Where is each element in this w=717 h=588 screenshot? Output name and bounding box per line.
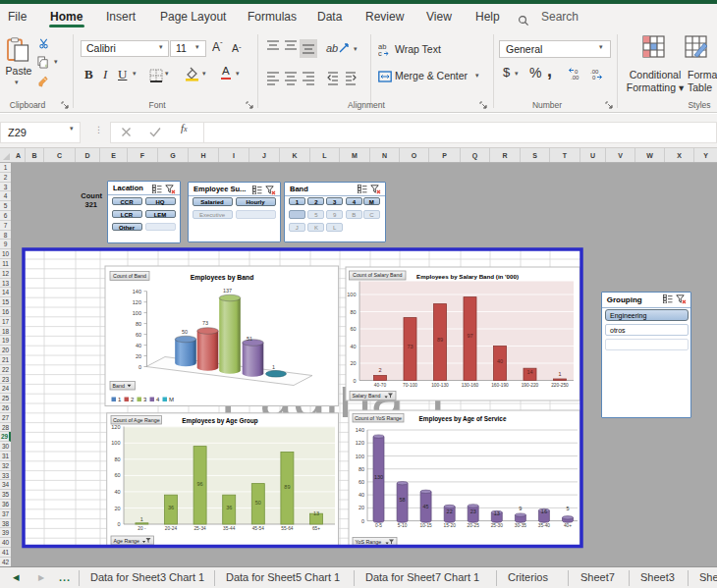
svg-text:40+: 40+ — [564, 523, 572, 528]
svg-text:45-54: 45-54 — [252, 526, 265, 531]
svg-text:5-10: 5-10 — [398, 523, 408, 528]
svg-text:96: 96 — [197, 481, 203, 487]
svg-text:1: 1 — [558, 371, 561, 377]
svg-text:50: 50 — [255, 500, 261, 506]
svg-text:1: 1 — [140, 516, 143, 522]
svg-text:160-190: 160-190 — [491, 383, 509, 388]
svg-text:35-40: 35-40 — [538, 523, 551, 528]
svg-text:97: 97 — [467, 333, 472, 339]
svg-text:220-250: 220-250 — [551, 383, 569, 388]
svg-text:100: 100 — [347, 292, 356, 297]
svg-text:0: 0 — [592, 75, 596, 80]
svg-text:60: 60 — [136, 332, 141, 338]
svg-text:Age Range: Age Range — [114, 538, 140, 544]
svg-text:70-100: 70-100 — [403, 383, 417, 388]
svg-text:YoS Range: YoS Range — [356, 539, 382, 545]
svg-text:Employees by Salary Band (in ': Employees by Salary Band (in '000) — [416, 273, 519, 280]
svg-text:▾: ▾ — [354, 45, 358, 52]
svg-text:25-30: 25-30 — [491, 523, 504, 528]
svg-text:60: 60 — [358, 479, 364, 485]
svg-text:0: 0 — [353, 378, 356, 384]
svg-text:120: 120 — [111, 424, 120, 430]
svg-text:13: 13 — [313, 510, 319, 516]
svg-text:Employees by Age Group: Employees by Age Group — [182, 417, 258, 425]
svg-text:0: 0 — [138, 364, 141, 370]
svg-text:73: 73 — [202, 320, 208, 326]
svg-text:80: 80 — [114, 456, 120, 462]
svg-text:40: 40 — [136, 343, 141, 348]
svg-text:Count of Age Range: Count of Age Range — [113, 417, 160, 423]
svg-text:20: 20 — [136, 353, 141, 359]
svg-text:137: 137 — [223, 288, 232, 294]
svg-text:58: 58 — [399, 497, 405, 503]
svg-text:M: M — [169, 397, 174, 402]
svg-text:50: 50 — [182, 329, 188, 335]
svg-text:80: 80 — [350, 309, 356, 315]
svg-text:22: 22 — [447, 508, 453, 514]
svg-text:60: 60 — [350, 326, 356, 332]
svg-text:20: 20 — [114, 506, 120, 511]
svg-text:65+: 65+ — [312, 526, 320, 531]
svg-text:20: 20 — [358, 505, 364, 510]
svg-text:Band: Band — [113, 383, 125, 389]
svg-text:25-34: 25-34 — [193, 526, 206, 531]
svg-text:60: 60 — [114, 472, 120, 478]
svg-text:40: 40 — [358, 492, 364, 498]
svg-text:40-70: 40-70 — [374, 383, 387, 388]
svg-text:c: c — [378, 49, 382, 56]
svg-text:51: 51 — [247, 336, 252, 342]
svg-text:9: 9 — [519, 506, 522, 511]
svg-text:100: 100 — [111, 440, 120, 446]
svg-text:36: 36 — [168, 505, 174, 510]
svg-text:30-35: 30-35 — [515, 523, 527, 528]
svg-text:89: 89 — [437, 337, 443, 343]
svg-text:0: 0 — [117, 521, 120, 527]
svg-text:40: 40 — [350, 344, 356, 349]
svg-text:15-20: 15-20 — [444, 523, 457, 528]
svg-text:40: 40 — [497, 358, 503, 364]
svg-text:ab: ab — [326, 42, 338, 54]
svg-text:Count of Band: Count of Band — [113, 273, 146, 279]
svg-text:40: 40 — [114, 489, 120, 495]
svg-text:20 -: 20 - — [138, 526, 146, 531]
svg-text:89: 89 — [284, 484, 290, 490]
svg-text:140: 140 — [133, 289, 141, 294]
svg-text:Count of Salary Band: Count of Salary Band — [353, 272, 402, 278]
svg-text:20: 20 — [350, 360, 356, 366]
svg-text:55-64: 55-64 — [281, 526, 294, 531]
svg-text:20-24: 20-24 — [165, 526, 178, 531]
svg-text:0-5: 0-5 — [375, 523, 382, 528]
svg-text:2: 2 — [378, 367, 381, 373]
svg-text:100: 100 — [356, 454, 364, 459]
svg-text:100: 100 — [133, 310, 141, 316]
svg-text:13: 13 — [494, 510, 500, 516]
svg-text:120: 120 — [133, 299, 141, 305]
svg-text:120: 120 — [356, 440, 364, 446]
svg-text:Employees by Age of Service: Employees by Age of Service — [419, 415, 507, 423]
svg-text:35-44: 35-44 — [223, 526, 236, 531]
svg-text:36: 36 — [226, 505, 232, 510]
svg-text:0: 0 — [361, 518, 364, 524]
svg-text:Count of YoS Range: Count of YoS Range — [355, 415, 402, 421]
svg-text:130-160: 130-160 — [462, 383, 479, 388]
svg-text:80: 80 — [136, 321, 141, 327]
svg-text:10-15: 10-15 — [419, 523, 432, 528]
svg-text:100-130: 100-130 — [431, 383, 449, 388]
svg-text:73: 73 — [407, 344, 413, 349]
svg-text:.00: .00 — [590, 69, 599, 75]
svg-text:Salary Band: Salary Band — [353, 393, 381, 399]
svg-text:80: 80 — [358, 466, 364, 472]
svg-text:190-220: 190-220 — [522, 383, 539, 388]
svg-text:20-25: 20-25 — [468, 523, 480, 528]
svg-text:0: 0 — [575, 69, 579, 75]
svg-text:140: 140 — [356, 427, 364, 433]
svg-text:23: 23 — [470, 508, 476, 514]
svg-text:16: 16 — [541, 508, 547, 514]
svg-text:Employees by Band: Employees by Band — [191, 274, 254, 282]
svg-text:.00: .00 — [571, 75, 579, 80]
svg-text:45: 45 — [423, 504, 429, 509]
svg-text:5: 5 — [566, 506, 569, 511]
svg-text:130: 130 — [374, 474, 383, 480]
svg-text:14: 14 — [526, 369, 532, 375]
svg-text:1: 1 — [272, 364, 275, 370]
